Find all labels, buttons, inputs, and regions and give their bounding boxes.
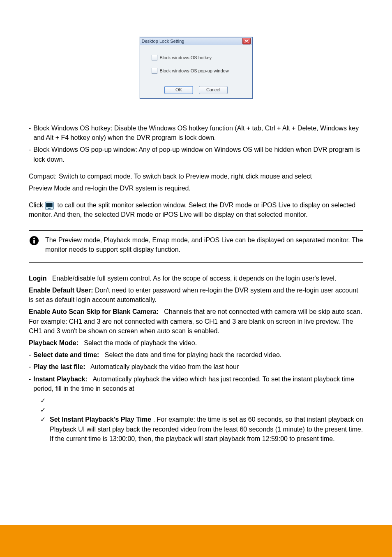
info-text: The Preview mode, Playback mode, Emap mo…: [45, 235, 363, 254]
svg-point-4: [33, 237, 35, 239]
compact-line-2: Preview Mode and re-login the DVR system…: [29, 185, 191, 192]
autoscan-heading: Enable Auto Scan Skip for Blank Camera:: [29, 308, 159, 315]
dash-bullet: -: [29, 362, 31, 371]
login-tail: [48, 275, 50, 282]
svg-rect-2: [48, 208, 51, 209]
click-text: Click: [29, 202, 45, 209]
pb-opt1-tail: Select the date and time for playing bac…: [105, 351, 281, 358]
instant-playback-bold: Set Instant Playback's Play Time: [50, 416, 151, 423]
pb-opt3-head: Instant Playback:: [33, 376, 88, 383]
pb-opt1-head: Select date and time:: [33, 351, 99, 358]
svg-rect-1: [46, 203, 53, 207]
dash-bullet: -: [29, 374, 31, 393]
block-popup-checkbox[interactable]: [152, 68, 157, 74]
checkmark-icon: ✓: [40, 405, 46, 415]
login-desc: Enable/disable full system control. As f…: [52, 275, 336, 282]
close-icon[interactable]: [242, 38, 251, 44]
pb-opt2-tail: Automatically playback the video from th…: [90, 363, 239, 370]
monitor-icon: [45, 202, 54, 210]
default-user-tail1: Don't need to enter password when: [95, 287, 198, 294]
instant-line-2: [50, 405, 51, 415]
dash-bullet: -: [29, 145, 31, 164]
ok-button[interactable]: OK: [164, 86, 193, 94]
pb-opt2-head: Play the last file:: [33, 363, 85, 370]
dialog-title: Desktop Lock Setting: [142, 37, 184, 45]
playback-mode-desc: Select the mode of playback the video.: [84, 339, 197, 346]
dash-bullet: -: [29, 350, 31, 360]
desktop-lock-setting-dialog: Desktop Lock Setting Block windows OS ho…: [140, 37, 253, 99]
compact-line-1: Compact: Switch to compact mode. To swit…: [29, 173, 312, 180]
dash-bullet: -: [29, 123, 31, 142]
svg-rect-5: [33, 240, 35, 244]
page-footer: [0, 525, 392, 557]
instant-line-1: [50, 396, 51, 405]
login-heading: Login: [29, 275, 47, 282]
icon-trail-text: to call out the split monitor selection …: [29, 202, 355, 218]
info-icon: [29, 235, 39, 246]
block-hotkey-checkbox[interactable]: [152, 55, 157, 60]
block-hotkey-desc: Block Windows OS hotkey: Disable the Win…: [33, 123, 363, 142]
cancel-button[interactable]: Cancel: [199, 86, 228, 94]
checkmark-icon: ✓: [40, 415, 46, 424]
block-popup-desc: Block Windows OS pop-up window: Any of p…: [33, 145, 363, 164]
block-hotkey-label: Block windows OS hotkey: [160, 55, 212, 60]
block-popup-label: Block windows OS pop-up window: [160, 68, 229, 73]
default-user-heading: Enable Default User:: [29, 287, 93, 294]
playback-mode-heading: Playback Mode:: [29, 339, 78, 346]
checkmark-icon: ✓: [40, 396, 46, 405]
